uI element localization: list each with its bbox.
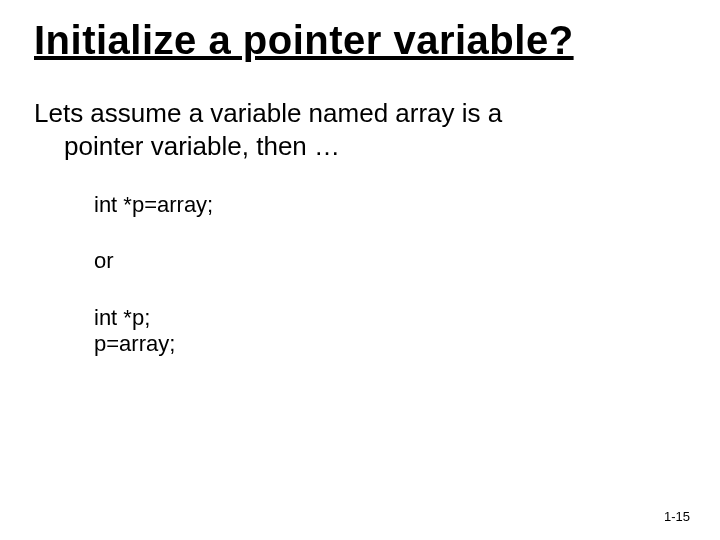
intro-line1-post: is a	[455, 98, 503, 128]
code-line: int *p;	[94, 305, 686, 331]
intro-line1-pre: Lets assume a variable named	[34, 98, 395, 128]
intro-paragraph: Lets assume a variable named array is a …	[34, 97, 686, 162]
code-line: int *p=array;	[94, 192, 213, 217]
intro-line2: pointer variable, then …	[34, 130, 686, 163]
or-separator: or	[94, 248, 686, 274]
slide: Initialize a pointer variable? Lets assu…	[0, 0, 720, 540]
code-block-2: int *p; p=array;	[94, 305, 686, 358]
page-number: 1-15	[664, 509, 690, 524]
slide-title: Initialize a pointer variable?	[34, 18, 686, 63]
intro-line1-var: array	[395, 98, 454, 128]
or-text: or	[94, 248, 114, 273]
code-block-1: int *p=array;	[94, 192, 686, 218]
code-line: p=array;	[94, 331, 686, 357]
